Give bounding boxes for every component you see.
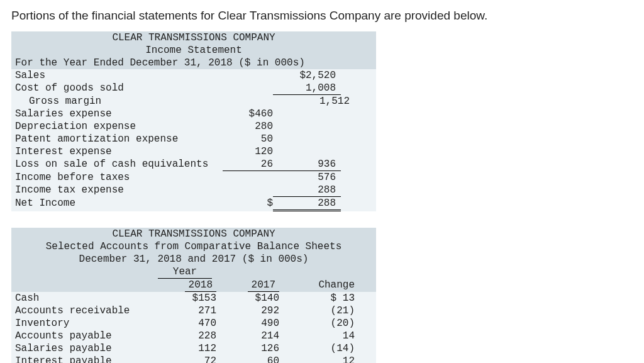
row-income-before-taxes: Income before taxes 576 xyxy=(11,171,376,184)
val-2018: 72 xyxy=(153,355,216,363)
stmt1-title: Income Statement xyxy=(11,44,376,57)
val-2017: 126 xyxy=(216,342,279,355)
col-change: Change xyxy=(279,279,360,292)
label: Gross margin xyxy=(15,95,236,108)
row-loss-on-sale: Loss on sale of cash equivalents 26 936 xyxy=(11,158,376,171)
val-change: 12 xyxy=(279,355,360,363)
row-label: Inventory xyxy=(15,317,153,330)
val-2018: 228 xyxy=(153,330,216,342)
col-2017: 2017 xyxy=(216,279,279,292)
stmt2-year-row: Year xyxy=(11,265,376,279)
val-2017: 214 xyxy=(216,330,279,342)
row-depreciation-expense: Depreciation expense 280 xyxy=(11,120,376,133)
label: Interest expense xyxy=(15,145,223,158)
val-change: 14 xyxy=(279,330,360,342)
value: 280 xyxy=(223,120,273,133)
stmt1-company: CLEAR TRANSMISSIONS COMPANY xyxy=(11,31,376,44)
value: $460 xyxy=(223,108,273,120)
table-row: Cash$153$140$ 13 xyxy=(11,292,376,304)
val-2017: 60 xyxy=(216,355,279,363)
label: Salaries expense xyxy=(15,108,223,120)
val-2018: 470 xyxy=(153,317,216,330)
currency-symbol: $ xyxy=(223,197,273,211)
val-2018: $153 xyxy=(153,292,216,304)
row-cogs: Cost of goods sold 1,008 xyxy=(11,82,376,95)
income-statement-block: CLEAR TRANSMISSIONS COMPANY Income State… xyxy=(11,31,376,211)
label: Cost of goods sold xyxy=(15,82,223,95)
value: 576 xyxy=(273,171,341,184)
row-gross-margin: Gross margin 1,512 xyxy=(11,95,376,108)
row-label: Accounts receivable xyxy=(15,304,153,317)
row-patent-amort: Patent amortization expense 50 xyxy=(11,133,376,145)
value: 26 xyxy=(223,158,273,171)
col-2018: 2018 xyxy=(153,279,216,292)
row-net-income: Net Income $ 288 xyxy=(11,197,376,211)
table-row: Inventory470490(20) xyxy=(11,317,376,330)
val-change: (14) xyxy=(279,342,360,355)
row-label: Cash xyxy=(15,292,153,304)
val-2018: 112 xyxy=(153,342,216,355)
row-salaries-expense: Salaries expense $460 xyxy=(11,108,376,120)
value: 50 xyxy=(223,133,273,145)
value: 1,512 xyxy=(287,95,355,108)
value: 120 xyxy=(223,145,273,158)
val-change: $ 13 xyxy=(279,292,360,304)
val-2017: $140 xyxy=(216,292,279,304)
year-header: Year xyxy=(158,265,212,279)
stmt2-title: Selected Accounts from Comparative Balan… xyxy=(11,240,376,253)
stmt2-period: December 31, 2018 and 2017 ($ in 000s) xyxy=(11,253,376,265)
table-row: Accounts receivable271292(21) xyxy=(11,304,376,317)
value: 288 xyxy=(273,197,341,211)
value: 288 xyxy=(273,184,341,197)
row-interest-expense: Interest expense 120 xyxy=(11,145,376,158)
stmt1-period-text: For the Year Ended December 31, 2018 ($ … xyxy=(15,57,372,69)
val-2017: 490 xyxy=(216,317,279,330)
stmt2-col-headers: 2018 2017 Change xyxy=(11,279,376,292)
row-label: Interest payable xyxy=(15,355,153,363)
val-2018: 271 xyxy=(153,304,216,317)
table-row: Interest payable726012 xyxy=(11,355,376,363)
val-2017: 292 xyxy=(216,304,279,317)
label: Depreciation expense xyxy=(15,120,223,133)
total: 936 xyxy=(273,158,341,171)
stmt1-period: For the Year Ended December 31, 2018 ($ … xyxy=(11,57,376,69)
stmt2-company: CLEAR TRANSMISSIONS COMPANY xyxy=(11,228,376,240)
label: Income tax expense xyxy=(15,184,223,197)
val-change: (21) xyxy=(279,304,360,317)
value: 1,008 xyxy=(273,82,341,95)
label: Patent amortization expense xyxy=(15,133,223,145)
row-label: Salaries payable xyxy=(15,342,153,355)
val-change: (20) xyxy=(279,317,360,330)
label: Income before taxes xyxy=(15,171,223,184)
value: $2,520 xyxy=(273,69,341,82)
table-row: Accounts payable22821414 xyxy=(11,330,376,342)
table-row: Salaries payable112126(14) xyxy=(11,342,376,355)
label: Sales xyxy=(15,69,223,82)
label: Loss on sale of cash equivalents xyxy=(15,158,223,171)
balance-sheet-block: CLEAR TRANSMISSIONS COMPANY Selected Acc… xyxy=(11,228,376,363)
row-sales: Sales $2,520 xyxy=(11,69,376,82)
row-label: Accounts payable xyxy=(15,330,153,342)
intro-text: Portions of the financial statements for… xyxy=(11,9,633,23)
label: Net Income xyxy=(15,197,223,211)
row-income-tax-expense: Income tax expense 288 xyxy=(11,184,376,197)
